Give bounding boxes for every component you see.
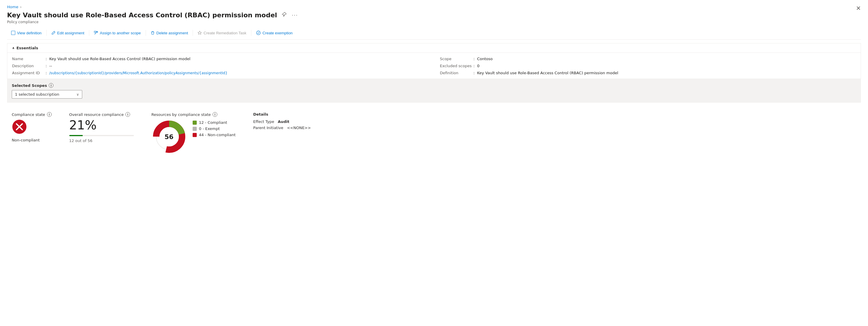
delete-assignment-label: Delete assignment xyxy=(156,31,188,35)
remediation-icon xyxy=(197,31,202,35)
edit-assignment-label: Edit assignment xyxy=(57,31,85,35)
legend-compliant: 12 - Compliant xyxy=(193,120,236,125)
pin-button[interactable] xyxy=(281,11,288,19)
compliance-state-block: Compliance state i Non-compliant xyxy=(12,112,52,142)
definition-label: Definition xyxy=(440,71,472,75)
name-label: Name xyxy=(12,57,44,61)
compliance-bar-track xyxy=(69,135,134,136)
description-row: Description : -- xyxy=(12,63,428,68)
breadcrumb-separator: › xyxy=(20,5,22,9)
scope-dropdown-value: 1 selected subscription xyxy=(15,92,59,97)
toolbar-sep-2 xyxy=(89,30,89,36)
noncompliant-color xyxy=(193,133,197,137)
excluded-scopes-value: 0 xyxy=(477,64,479,68)
overall-compliance-title: Overall resource compliance i xyxy=(69,112,134,117)
legend-noncompliant: 44 - Non-compliant xyxy=(193,133,236,137)
compliant-label: 12 - Compliant xyxy=(199,120,227,125)
metrics-section: Compliance state i Non-compliant Overall… xyxy=(7,103,861,160)
toolbar-sep-4 xyxy=(193,30,193,36)
parent-initiative-row: Parent Initiative <<NONE>> xyxy=(253,126,311,130)
pin-icon xyxy=(282,12,287,17)
essentials-header-label: Essentials xyxy=(17,46,38,50)
excluded-scopes-row: Excluded scopes : 0 xyxy=(440,63,856,68)
chevron-down-icon: ∨ xyxy=(76,92,79,97)
essentials-right: Scope : Contoso Excluded scopes : 0 Defi… xyxy=(440,56,856,75)
exemption-icon xyxy=(256,31,261,35)
compliant-color xyxy=(193,121,197,125)
delete-assignment-button[interactable]: Delete assignment xyxy=(147,29,192,37)
assign-scope-label: Assign to another scope xyxy=(100,31,141,35)
toolbar-sep-1 xyxy=(46,30,47,36)
close-button[interactable]: ✕ xyxy=(856,5,861,12)
create-exemption-label: Create exemption xyxy=(262,31,293,35)
create-remediation-button[interactable]: Create Remediation Task xyxy=(193,29,250,37)
page-container: Home › ✕ Key Vault should use Role-Based… xyxy=(0,0,868,326)
details-block: Details Effect Type Audit Parent Initiat… xyxy=(253,112,311,130)
exempt-color xyxy=(193,127,197,131)
more-icon: ··· xyxy=(292,12,298,18)
header-icons: ··· xyxy=(281,11,299,19)
svg-point-1 xyxy=(256,31,260,35)
page-subtitle: Policy compliance xyxy=(7,20,861,24)
essentials-section: ∧ Essentials Name : Key Vault should use… xyxy=(7,43,861,79)
assign-icon xyxy=(94,31,98,35)
scope-label: Scope xyxy=(440,57,472,61)
scope-row: Scope : Contoso xyxy=(440,56,856,61)
essentials-body: Name : Key Vault should use Role-Based A… xyxy=(7,53,861,79)
resources-compliance-title: Resources by compliance state i xyxy=(152,112,236,117)
description-label: Description xyxy=(12,64,44,68)
details-title: Details xyxy=(253,112,311,117)
effect-type-value: Audit xyxy=(278,120,289,124)
edit-assignment-button[interactable]: Edit assignment xyxy=(47,29,89,37)
overall-compliance-fraction: 12 out of 56 xyxy=(69,138,134,143)
scope-value: Contoso xyxy=(477,57,493,61)
toolbar: View definition Edit assignment Assign t… xyxy=(7,29,861,40)
toolbar-sep-3 xyxy=(146,30,146,36)
legend-exempt: 0 - Exempt xyxy=(193,127,236,131)
svg-rect-0 xyxy=(94,31,96,33)
donut-chart: 56 xyxy=(152,119,187,154)
compliance-bar-fill xyxy=(69,135,83,136)
breadcrumb-home[interactable]: Home xyxy=(7,5,18,9)
parent-initiative-value: <<NONE>> xyxy=(287,126,311,130)
view-definition-button[interactable]: View definition xyxy=(7,29,46,37)
toolbar-sep-5 xyxy=(251,30,251,36)
overall-compliance-info-icon: i xyxy=(125,112,130,117)
name-row: Name : Key Vault should use Role-Based A… xyxy=(12,56,428,61)
definition-row: Definition : Key Vault should use Role-B… xyxy=(440,70,856,75)
page-title: Key Vault should use Role-Based Access C… xyxy=(7,11,277,19)
close-icon: ✕ xyxy=(856,5,861,11)
non-compliant-icon xyxy=(12,119,27,134)
donut-center-value: 56 xyxy=(164,133,174,140)
definition-value: Key Vault should use Role-Based Access C… xyxy=(477,71,618,75)
scope-section-label: Selected Scopes xyxy=(12,83,47,88)
effect-type-label: Effect Type xyxy=(253,120,274,124)
create-exemption-button[interactable]: Create exemption xyxy=(252,29,297,37)
essentials-header[interactable]: ∧ Essentials xyxy=(7,43,861,53)
parent-initiative-label: Parent Initiative xyxy=(253,126,283,130)
overall-compliance-block: Overall resource compliance i 21% 12 out… xyxy=(69,112,134,143)
effect-type-row: Effect Type Audit xyxy=(253,120,311,124)
view-definition-label: View definition xyxy=(17,31,42,35)
name-value: Key Vault should use Role-Based Access C… xyxy=(49,57,191,61)
edit-icon xyxy=(52,31,56,35)
compliance-state-info-icon: i xyxy=(47,112,52,117)
scope-dropdown[interactable]: 1 selected subscription ∨ xyxy=(12,90,82,99)
compliance-state-value: Non-compliant xyxy=(12,138,52,142)
assignment-id-row: Assignment ID : /subscriptions/{subscrip… xyxy=(12,70,428,75)
scope-section: Selected Scopes i 1 selected subscriptio… xyxy=(7,79,861,103)
view-definition-icon xyxy=(11,31,15,35)
excluded-scopes-label: Excluded scopes xyxy=(440,64,472,68)
scope-info-icon: i xyxy=(49,83,54,88)
assignment-id-value[interactable]: /subscriptions/{subscriptionId}/provider… xyxy=(49,71,227,75)
noncompliant-label: 44 - Non-compliant xyxy=(199,133,236,137)
overall-compliance-percent: 21% xyxy=(69,119,134,131)
compliance-legend: 12 - Compliant 0 - Exempt 44 - Non-compl… xyxy=(193,120,236,137)
exempt-label: 0 - Exempt xyxy=(199,127,220,131)
compliance-state-title: Compliance state i xyxy=(12,112,52,117)
assign-scope-button[interactable]: Assign to another scope xyxy=(90,29,145,37)
resources-block: 56 12 - Compliant 0 - Exempt 44 - Non-co… xyxy=(152,119,236,154)
more-button[interactable]: ··· xyxy=(291,11,299,19)
create-remediation-label: Create Remediation Task xyxy=(204,31,246,35)
resources-compliance-info-icon: i xyxy=(213,112,217,117)
